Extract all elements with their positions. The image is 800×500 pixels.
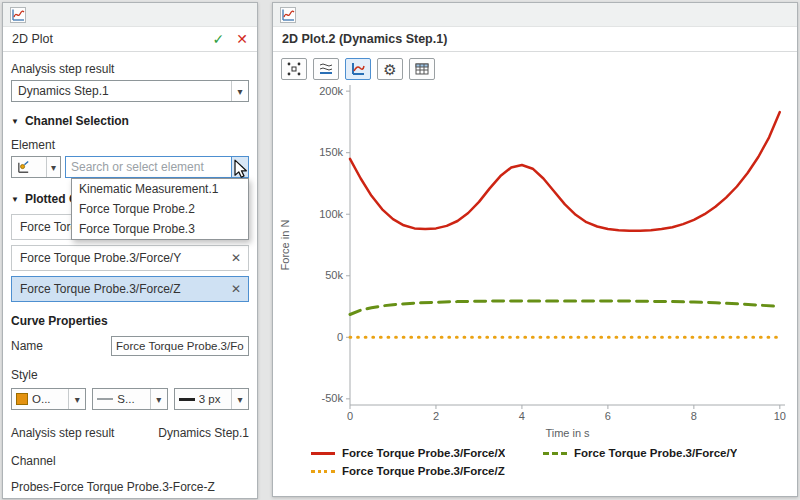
ok-button[interactable]: ✓ xyxy=(213,32,225,46)
dropdown-option-force-torque-probe-2[interactable]: Force Torque Probe.2 xyxy=(72,199,248,219)
plotted-channel-row[interactable]: Force Torque Probe.3/Force/Y ✕ xyxy=(11,245,249,271)
line-width-select[interactable]: 3 px ▾ xyxy=(174,388,249,410)
dropdown-option-force-torque-probe-3[interactable]: Force Torque Probe.3 xyxy=(72,219,248,239)
panel-tab-bar xyxy=(273,3,797,27)
element-picker-row: ▾ ▾ Kinematic Measurement.1 Force Torque… xyxy=(11,156,249,178)
chevron-down-icon: ▾ xyxy=(231,81,248,101)
data-table-button[interactable] xyxy=(409,58,435,80)
chevron-down-icon: ▾ xyxy=(150,389,167,409)
line-width-sample xyxy=(179,398,195,401)
channel-label: Channel xyxy=(11,454,249,468)
curve-color-select[interactable]: O... ▾ xyxy=(11,388,86,410)
element-type-button[interactable]: ▾ xyxy=(11,156,61,178)
color-swatch xyxy=(16,393,28,405)
fit-view-button[interactable] xyxy=(281,58,307,80)
svg-text:0: 0 xyxy=(347,410,353,422)
collapse-triangle-icon: ▼ xyxy=(11,117,19,126)
svg-text:6: 6 xyxy=(605,410,611,422)
svg-text:Time in s: Time in s xyxy=(545,427,590,439)
legend-label: Force Torque Probe.3/Force/Y xyxy=(574,447,737,459)
channel-name: Force Torque Probe.3/Force/Y xyxy=(20,251,225,265)
svg-text:150k: 150k xyxy=(319,146,343,158)
element-label: Element xyxy=(11,138,249,152)
dialog-title: 2D Plot xyxy=(12,32,53,46)
svg-text:50k: 50k xyxy=(325,269,343,281)
remove-channel-button[interactable]: ✕ xyxy=(225,282,241,296)
settings-button[interactable]: ⚙ xyxy=(377,58,403,80)
analysis-step-result-value: Dynamics Step.1 xyxy=(158,426,249,440)
line-style-sample xyxy=(97,398,113,400)
2d-plot-icon xyxy=(280,7,296,23)
line-style-select[interactable]: S... ▾ xyxy=(92,388,167,410)
svg-text:Force in N: Force in N xyxy=(279,220,291,271)
curve-properties-header: Curve Properties xyxy=(11,314,249,328)
svg-text:4: 4 xyxy=(519,410,525,422)
plotted-channel-row-selected[interactable]: Force Torque Probe.3/Force/Z ✕ xyxy=(11,276,249,302)
legend-sample-solid xyxy=(311,452,335,455)
curves-display-button[interactable] xyxy=(313,58,339,80)
channel-selection-title: Channel Selection xyxy=(25,114,129,128)
dialog-header: 2D Plot ✓ ✕ xyxy=(3,27,257,52)
channel-selection-header[interactable]: ▼ Channel Selection xyxy=(11,114,249,128)
dropdown-option-kinematic-measurement-1[interactable]: Kinematic Measurement.1 xyxy=(72,179,248,199)
svg-text:8: 8 xyxy=(691,410,697,422)
analysis-step-result-row: Analysis step result Dynamics Step.1 xyxy=(11,426,249,440)
name-label: Name xyxy=(11,339,111,353)
data-table-icon xyxy=(414,61,430,77)
collapse-triangle-icon: ▼ xyxy=(11,195,19,204)
curve-name-row: Name xyxy=(11,336,249,356)
2d-plot-icon xyxy=(10,7,26,23)
remove-channel-button[interactable]: ✕ xyxy=(225,251,241,265)
svg-text:200k: 200k xyxy=(319,85,343,97)
chart-canvas: -50k050k100k150k200k0246810Force in NTim… xyxy=(273,85,797,445)
legend-label: Force Torque Probe.3/Force/X xyxy=(342,447,505,459)
curve-style-row: O... ▾ S... ▾ 3 px ▾ xyxy=(11,388,249,410)
svg-text:10: 10 xyxy=(774,410,786,422)
probe-filter-icon xyxy=(16,160,31,175)
element-search-input[interactable] xyxy=(66,157,231,177)
analysis-step-select[interactable]: Dynamics Step.1 ▾ xyxy=(11,80,249,102)
fit-view-icon xyxy=(286,61,302,77)
panel-tab-bar xyxy=(3,3,257,27)
element-dropdown-button[interactable]: ▾ xyxy=(231,157,248,177)
chevron-down-icon: ▾ xyxy=(46,157,56,177)
analysis-step-result-label: Analysis step result xyxy=(11,426,114,440)
element-dropdown-list: Kinematic Measurement.1 Force Torque Pro… xyxy=(71,178,249,240)
color-select-label: O... xyxy=(32,393,68,405)
chevron-down-icon: ▾ xyxy=(237,162,242,173)
stage: 2D Plot ✓ ✕ Analysis step result Dynamic… xyxy=(0,0,800,500)
channel-name: Force Torque Probe.3/Force/Z xyxy=(20,282,225,296)
line-style-label: S... xyxy=(117,393,149,405)
plot-view-title: 2D Plot.2 (Dynamics Step.1) xyxy=(282,32,447,46)
legend-item-force-x: Force Torque Probe.3/Force/X xyxy=(303,447,535,459)
channel-value: Probes-Force Torque Probe.3-Force-Z xyxy=(11,480,249,494)
legend-item-force-z: Force Torque Probe.3/Force/Z xyxy=(303,465,535,477)
svg-text:0: 0 xyxy=(337,331,343,343)
cancel-button[interactable]: ✕ xyxy=(236,32,248,46)
svg-text:2: 2 xyxy=(433,410,439,422)
element-search-combo: ▾ xyxy=(65,156,249,178)
plot-view-header: 2D Plot.2 (Dynamics Step.1) xyxy=(273,27,797,52)
legend-sample-dashed xyxy=(543,452,567,455)
plot-axes-icon xyxy=(350,61,366,77)
analysis-step-label: Analysis step result xyxy=(11,62,249,76)
chevron-down-icon: ▾ xyxy=(68,389,85,409)
plot-view-panel: 2D Plot.2 (Dynamics Step.1) xyxy=(272,2,798,497)
close-icon: ✕ xyxy=(236,31,248,47)
curves-icon xyxy=(318,61,334,77)
curve-name-input[interactable] xyxy=(111,336,249,356)
legend-sample-dotted xyxy=(311,470,335,473)
chevron-down-icon: ▾ xyxy=(231,389,248,409)
style-label: Style xyxy=(11,368,249,382)
svg-text:-50k: -50k xyxy=(322,392,344,404)
plot-toolbar: ⚙ xyxy=(273,52,797,85)
check-icon: ✓ xyxy=(213,31,225,47)
plot-axes-button[interactable] xyxy=(345,58,371,80)
legend-item-force-y: Force Torque Probe.3/Force/Y xyxy=(535,447,767,459)
dialog-content: Analysis step result Dynamics Step.1 ▾ ▼… xyxy=(3,52,257,494)
legend-label: Force Torque Probe.3/Force/Z xyxy=(342,465,505,477)
analysis-step-value: Dynamics Step.1 xyxy=(18,84,231,98)
line-width-label: 3 px xyxy=(199,393,231,405)
svg-text:100k: 100k xyxy=(319,208,343,220)
plot-properties-panel: 2D Plot ✓ ✕ Analysis step result Dynamic… xyxy=(2,2,258,499)
